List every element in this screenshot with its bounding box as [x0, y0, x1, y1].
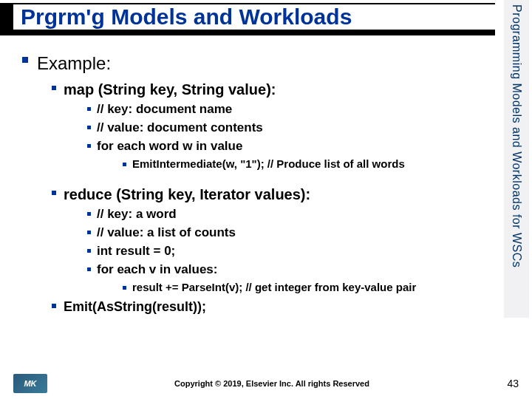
map-comment-value: // value: document contents — [87, 120, 495, 137]
reduce-comment-key: // key: a word — [87, 206, 495, 223]
reduce-init-text: int result = 0; — [97, 243, 175, 260]
map-foreach-text: for each word w in value — [97, 138, 242, 155]
reduce-accumulate: result += ParseInt(v); // get integer fr… — [123, 280, 495, 295]
publisher-logo-text: MK — [24, 379, 36, 388]
bullet-icon — [52, 191, 56, 195]
heading-example: Example: — [22, 52, 495, 75]
slide-title: Prgrm'g Models and Workloads — [21, 4, 352, 30]
reduce-foreach-text: for each v in values: — [97, 262, 217, 279]
reduce-comment-key-text: // key: a word — [97, 206, 177, 223]
bullet-icon — [87, 144, 91, 148]
bullet-icon — [52, 304, 56, 308]
chapter-side-label-text: Programming Models and Workloads for WSC… — [510, 4, 523, 267]
reduce-signature: reduce (String key, Iterator values): — [52, 185, 495, 205]
bullet-icon — [87, 107, 91, 111]
bullet-icon — [87, 267, 91, 271]
bullet-icon — [123, 286, 126, 290]
bullet-icon — [52, 86, 56, 90]
title-bar: Prgrm'g Models and Workloads — [21, 3, 495, 35]
bullet-icon — [87, 249, 91, 253]
bullet-icon — [123, 163, 126, 166]
reduce-accumulate-text: result += ParseInt(v); // get integer fr… — [132, 280, 416, 295]
heading-example-text: Example: — [37, 52, 111, 75]
reduce-foreach: for each v in values: — [87, 262, 495, 279]
map-signature: map (String key, String value): — [52, 80, 495, 100]
map-signature-text: map (String key, String value): — [64, 80, 276, 100]
bullet-icon — [87, 231, 91, 234]
bullet-icon — [22, 57, 28, 63]
title-accent — [0, 4, 13, 30]
slide-content: Example: map (String key, String value):… — [22, 52, 495, 318]
reduce-emit-text: Emit(AsString(result)); — [64, 298, 206, 316]
map-comment-value-text: // value: document contents — [97, 120, 263, 137]
reduce-signature-text: reduce (String key, Iterator values): — [64, 185, 310, 205]
reduce-comment-value-text: // value: a list of counts — [97, 225, 236, 242]
bullet-icon — [87, 126, 91, 129]
map-comment-key-text: // key: document name — [97, 101, 232, 118]
publisher-logo: MK — [13, 374, 47, 393]
reduce-comment-value: // value: a list of counts — [87, 225, 495, 242]
reduce-emit: Emit(AsString(result)); — [52, 298, 495, 316]
page-number: 43 — [497, 378, 519, 389]
map-foreach: for each word w in value — [87, 138, 495, 155]
reduce-init: int result = 0; — [87, 243, 495, 260]
copyright-text: Copyright © 2019, Elsevier Inc. All righ… — [47, 379, 497, 388]
map-emit-text: EmitIntermediate(w, "1"); // Produce lis… — [132, 157, 405, 171]
slide-footer: MK Copyright © 2019, Elsevier Inc. All r… — [0, 374, 532, 393]
map-emit: EmitIntermediate(w, "1"); // Produce lis… — [123, 157, 495, 171]
chapter-side-label: Programming Models and Workloads for WSC… — [504, 0, 529, 318]
bullet-icon — [87, 212, 91, 216]
map-comment-key: // key: document name — [87, 101, 495, 118]
